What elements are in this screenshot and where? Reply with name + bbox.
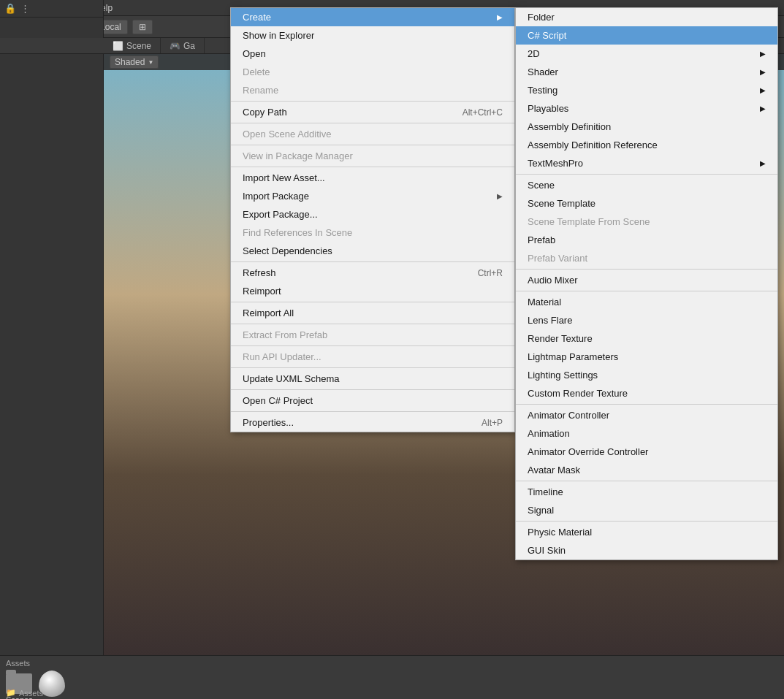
context-menu-1: Create▶Show in ExplorerOpenDeleteRenameC… <box>230 7 515 432</box>
menu-item-reimport-all[interactable]: Reimport All <box>231 304 514 322</box>
submenu-item-2d[interactable]: 2D▶ <box>516 45 777 63</box>
submenu-item-material[interactable]: Material <box>516 293 777 311</box>
assets-header: Assets <box>6 659 778 668</box>
submenu-item-shader[interactable]: Shader▶ <box>516 63 777 81</box>
menu-item-open-c#-project[interactable]: Open C# Project <box>231 391 514 410</box>
submenu-item-animator-override-controller[interactable]: Animator Override Controller <box>516 443 777 461</box>
tab-scene[interactable]: ⬜ Scene <box>104 38 161 53</box>
menu-item-open-scene-additive: Open Scene Additive <box>231 125 514 143</box>
submenu-item-gui-skin[interactable]: GUI Skin <box>516 541 777 559</box>
submenu-item-playables[interactable]: Playables▶ <box>516 99 777 118</box>
menu-divider <box>231 389 514 390</box>
submenu-item-animator-controller[interactable]: Animator Controller <box>516 406 777 424</box>
menu-divider <box>231 261 514 262</box>
submenu-item-avatar-mask[interactable]: Avatar Mask <box>516 461 777 479</box>
menu-item-import-package[interactable]: Import Package▶ <box>231 187 514 205</box>
submenu-divider <box>516 481 777 481</box>
context-menu-2: FolderC# Script2D▶Shader▶Testing▶Playabl… <box>515 7 778 560</box>
game-tab-icon: 🎮 <box>170 41 180 51</box>
menu-item-update-uxml-schema[interactable]: Update UXML Schema <box>231 370 514 388</box>
menu-item-run-api-updater: Run API Updater... <box>231 348 514 366</box>
menu-item-open[interactable]: Open <box>231 45 514 63</box>
menu-divider <box>231 145 514 145</box>
grid-button[interactable]: ⊞ <box>132 20 153 34</box>
submenu-item-scene-template[interactable]: Scene Template <box>516 194 777 213</box>
submenu-item-assembly-definition[interactable]: Assembly Definition <box>516 118 777 136</box>
menu-item-reimport[interactable]: Reimport <box>231 282 514 300</box>
submenu-divider <box>516 404 777 405</box>
submenu-item-lighting-settings[interactable]: Lighting Settings <box>516 366 777 384</box>
submenu-item-prefab[interactable]: Prefab <box>516 231 777 249</box>
submenu-item-textmeshpro[interactable]: TextMeshPro▶ <box>516 154 777 172</box>
submenu-item-render-texture[interactable]: Render Texture <box>516 329 777 348</box>
submenu-item-signal[interactable]: Signal <box>516 501 777 519</box>
submenu-divider <box>516 291 777 291</box>
submenu-divider <box>516 174 777 175</box>
menu-item-extract-from-prefab: Extract From Prefab <box>231 326 514 344</box>
submenu-item-c#-script[interactable]: C# Script <box>516 26 777 45</box>
submenu-item-lightmap-parameters[interactable]: Lightmap Parameters <box>516 348 777 366</box>
submenu-item-custom-render-texture[interactable]: Custom Render Texture <box>516 384 777 402</box>
menu-item-select-dependencies[interactable]: Select Dependencies <box>231 242 514 260</box>
submenu-item-scene-template-from-scene: Scene Template From Scene <box>516 213 777 231</box>
submenu-item-lens-flare[interactable]: Lens Flare <box>516 311 777 329</box>
submenu-item-audio-mixer[interactable]: Audio Mixer <box>516 271 777 289</box>
hierarchy-panel <box>0 54 104 699</box>
menu-divider <box>231 345 514 346</box>
menu-divider <box>231 123 514 123</box>
submenu-item-timeline[interactable]: Timeline <box>516 483 777 501</box>
submenu-item-animation[interactable]: Animation <box>516 424 777 443</box>
menu-divider <box>231 302 514 302</box>
scene-tab-icon: ⬜ <box>113 41 123 51</box>
menu-item-delete: Delete <box>231 63 514 81</box>
tab-game[interactable]: 🎮 Ga <box>161 38 205 53</box>
submenu-item-assembly-definition-reference[interactable]: Assembly Definition Reference <box>516 136 777 154</box>
grid-icon: ⊞ <box>139 22 146 32</box>
menu-divider <box>231 324 514 324</box>
menu-item-import-new-asset[interactable]: Import New Asset... <box>231 169 514 187</box>
menu-item-show-in-explorer[interactable]: Show in Explorer <box>231 26 514 45</box>
submenu-divider <box>516 269 777 270</box>
assets-footer: 📁 Assets <box>0 687 49 699</box>
menu-item-copy-path[interactable]: Copy PathAlt+Ctrl+C <box>231 103 514 121</box>
submenu-item-scene[interactable]: Scene <box>516 176 777 194</box>
menu-divider <box>231 101 514 102</box>
bottom-bar: Assets Scenes Egg 📁 Assets <box>0 655 784 699</box>
assets-row: Scenes Egg <box>6 671 778 699</box>
submenu-item-folder[interactable]: Folder <box>516 8 777 26</box>
submenu-item-testing[interactable]: Testing▶ <box>516 81 777 99</box>
menu-item-export-package[interactable]: Export Package... <box>231 205 514 224</box>
menu-item-refresh[interactable]: RefreshCtrl+R <box>231 264 514 282</box>
shaded-dropdown[interactable]: Shaded <box>110 56 159 69</box>
menu-item-properties[interactable]: Properties...Alt+P <box>231 413 514 432</box>
menu-divider <box>231 167 514 167</box>
folder-icon-small: 📁 <box>6 688 16 698</box>
menu-item-view-in-package-manager: View in Package Manager <box>231 147 514 165</box>
menu-item-find-references-in-scene: Find References In Scene <box>231 224 514 242</box>
menu-item-rename: Rename <box>231 81 514 99</box>
menu-item-create[interactable]: Create▶ <box>231 8 514 26</box>
lock-icon[interactable]: 🔒 <box>4 3 16 14</box>
submenu-item-physic-material[interactable]: Physic Material <box>516 523 777 541</box>
menu-icon[interactable]: ⋮ <box>20 3 30 14</box>
submenu-item-prefab-variant: Prefab Variant <box>516 249 777 267</box>
submenu-divider <box>516 521 777 522</box>
menu-divider <box>231 411 514 412</box>
menu-divider <box>231 367 514 368</box>
